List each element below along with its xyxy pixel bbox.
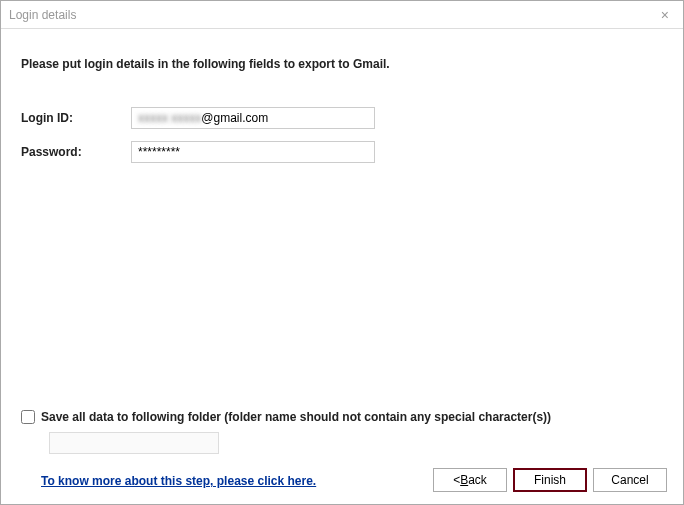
content-area: Please put login details in the followin… <box>1 29 683 504</box>
cancel-button[interactable]: Cancel <box>593 468 667 492</box>
login-row: Login ID: xxxxx xxxxx@gmail.com <box>21 107 663 129</box>
close-icon[interactable]: × <box>655 5 675 25</box>
save-folder-checkbox[interactable] <box>21 410 35 424</box>
login-blurred-part: xxxxx xxxxx <box>138 111 201 125</box>
save-folder-label: Save all data to following folder (folde… <box>41 410 551 424</box>
instruction-text: Please put login details in the followin… <box>21 57 663 71</box>
button-row: < Back Finish Cancel <box>433 468 667 492</box>
login-domain-part: @gmail.com <box>201 111 268 125</box>
password-input[interactable] <box>131 141 375 163</box>
help-link[interactable]: To know more about this step, please cli… <box>41 474 316 488</box>
password-row: Password: <box>21 141 663 163</box>
login-label: Login ID: <box>21 111 131 125</box>
folder-path-input[interactable] <box>49 432 219 454</box>
save-folder-row: Save all data to following folder (folde… <box>21 410 551 424</box>
window-title: Login details <box>9 8 76 22</box>
login-input[interactable]: xxxxx xxxxx@gmail.com <box>131 107 375 129</box>
titlebar: Login details × <box>1 1 683 29</box>
back-button[interactable]: < Back <box>433 468 507 492</box>
finish-button[interactable]: Finish <box>513 468 587 492</box>
password-label: Password: <box>21 145 131 159</box>
